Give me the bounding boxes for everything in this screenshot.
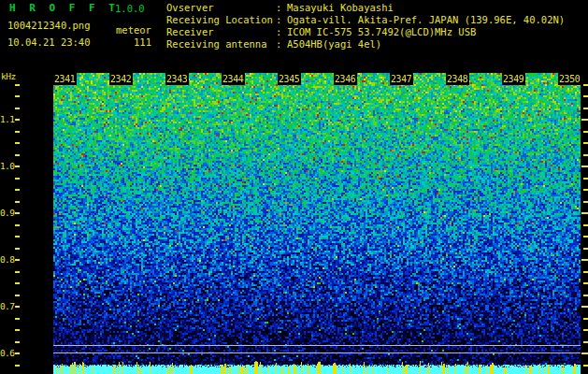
khz-unit-label: kHz bbox=[1, 71, 16, 81]
app-title: H R O F F T bbox=[9, 3, 119, 13]
freq-tick-right bbox=[581, 165, 588, 167]
freq-tick-left bbox=[15, 142, 20, 144]
freq-tick-left bbox=[15, 178, 20, 180]
info-value: ICOM IC-575 53.7492(@LCD)MHz USB bbox=[287, 26, 476, 37]
freq-tick-left bbox=[15, 236, 20, 237]
freq-tick-left bbox=[15, 224, 20, 226]
freq-tick-left bbox=[15, 165, 20, 167]
time-label-2348: 2348 bbox=[446, 73, 469, 85]
info-separator: : bbox=[276, 15, 287, 25]
freq-tick-right bbox=[583, 142, 588, 144]
freq-tick-left bbox=[15, 341, 20, 343]
freq-label-0.8: 0.8 bbox=[0, 254, 15, 266]
freq-tick-left bbox=[15, 108, 20, 109]
spectrogram-canvas bbox=[53, 73, 581, 374]
freq-tick-right bbox=[583, 236, 588, 237]
freq-tick-left bbox=[15, 189, 20, 191]
hrofft-screen: H R O F F T 1.0.0 1004212340.png meteor … bbox=[0, 0, 588, 374]
freq-label-0.6: 0.6 bbox=[0, 348, 15, 359]
freq-tick-right bbox=[583, 178, 588, 180]
freq-tick-right bbox=[583, 282, 588, 284]
mode-label: meteor bbox=[116, 25, 151, 36]
info-value: Ogata-vill. Akita-Pref. JAPAN (139.96E, … bbox=[287, 14, 565, 25]
time-label-2349: 2349 bbox=[502, 73, 525, 85]
info-value: A504HB(yagi 4el) bbox=[287, 38, 381, 50]
info-label: Receiving antenna bbox=[166, 39, 276, 50]
time-label-2350: 2350 bbox=[558, 73, 581, 85]
freq-tick-right bbox=[581, 306, 588, 308]
time-label-2345: 2345 bbox=[278, 73, 301, 85]
time-label-2342: 2342 bbox=[109, 73, 133, 85]
info-separator: : bbox=[276, 39, 287, 50]
freq-tick-right bbox=[581, 259, 588, 261]
freq-tick-right bbox=[583, 201, 588, 203]
info-separator: : bbox=[276, 27, 287, 37]
time-label-2346: 2346 bbox=[334, 73, 357, 85]
freq-tick-right bbox=[583, 154, 588, 156]
freq-tick-left bbox=[15, 84, 20, 86]
app-version: 1.0.0 bbox=[115, 4, 145, 14]
info-separator: : bbox=[276, 3, 287, 13]
time-label-2343: 2343 bbox=[165, 73, 189, 85]
freq-tick-left bbox=[15, 154, 20, 156]
freq-tick-left bbox=[15, 212, 20, 214]
observer-row-3: Receiving antenna: A504HB(yagi 4el) bbox=[166, 39, 381, 51]
freq-tick-right bbox=[583, 295, 588, 296]
freq-tick-left bbox=[15, 282, 20, 284]
time-label-2341: 2341 bbox=[53, 73, 77, 85]
freq-tick-right bbox=[583, 95, 588, 97]
info-label: Receiving Location bbox=[166, 15, 276, 25]
timestamp: 10.04.21 23:40 bbox=[7, 37, 91, 48]
info-label: Receiver bbox=[166, 27, 276, 37]
freq-tick-right bbox=[583, 108, 588, 109]
freq-label-0.7: 0.7 bbox=[0, 301, 15, 312]
freq-label-1.0: 1.0 bbox=[0, 161, 15, 172]
freq-label-1.1: 1.1 bbox=[0, 114, 15, 125]
info-label: Ovserver bbox=[166, 3, 276, 13]
freq-tick-right bbox=[583, 84, 588, 86]
freq-tick-left bbox=[15, 329, 20, 331]
freq-tick-left bbox=[15, 352, 20, 354]
freq-tick-right bbox=[583, 365, 588, 367]
freq-tick-right bbox=[583, 189, 588, 191]
freq-tick-left bbox=[15, 295, 20, 296]
freq-tick-right bbox=[583, 248, 588, 250]
freq-tick-right bbox=[583, 131, 588, 133]
info-value: Masayuki Kobayashi bbox=[287, 2, 394, 13]
freq-tick-left bbox=[15, 201, 20, 203]
freq-label-0.9: 0.9 bbox=[0, 208, 15, 219]
freq-tick-left bbox=[15, 306, 20, 308]
freq-tick-left bbox=[15, 271, 20, 273]
freq-tick-left bbox=[15, 259, 20, 261]
freq-tick-right bbox=[583, 341, 588, 343]
freq-tick-left bbox=[15, 318, 20, 320]
freq-tick-left bbox=[15, 365, 20, 367]
freq-tick-right bbox=[583, 224, 588, 226]
freq-tick-right bbox=[583, 318, 588, 320]
freq-tick-right bbox=[583, 329, 588, 331]
freq-tick-left bbox=[15, 95, 20, 97]
freq-tick-right bbox=[581, 119, 588, 121]
freq-tick-right bbox=[583, 271, 588, 273]
freq-tick-right bbox=[581, 212, 588, 214]
freq-tick-left bbox=[15, 119, 20, 121]
time-label-2344: 2344 bbox=[222, 73, 245, 85]
freq-tick-right bbox=[581, 352, 588, 354]
time-label-2347: 2347 bbox=[390, 73, 413, 85]
freq-tick-left bbox=[15, 131, 20, 133]
echo-count: 111 bbox=[89, 37, 151, 48]
freq-tick-left bbox=[15, 248, 20, 250]
output-file-name: 1004212340.png bbox=[7, 21, 91, 31]
